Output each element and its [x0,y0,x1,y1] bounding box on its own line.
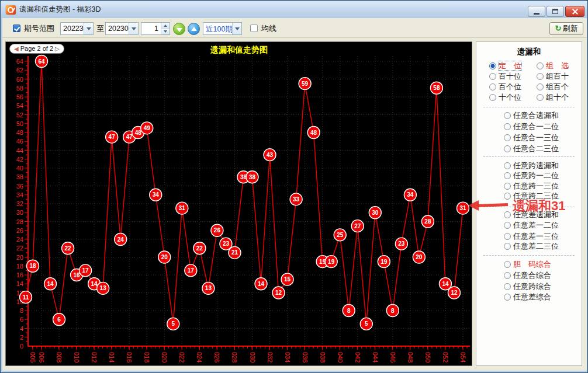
radio-icon[interactable] [537,73,544,80]
prev-page-icon[interactable]: ◀ [14,46,19,52]
data-point: 20 [413,251,425,263]
radio-option[interactable]: 胆 码综合 [504,259,551,269]
svg-text:11: 11 [23,294,29,301]
app-window: 遗漏和值走势图 - 福彩3D 期号范围 2022306 至 2023054 1 … [0,0,588,373]
radio-icon[interactable] [537,83,544,90]
radio-option[interactable]: 百十位 [489,71,521,81]
radio-option[interactable]: 任意合一三位 [504,132,559,142]
spinner-up-button[interactable] [161,23,170,29]
radio-label: 任意合一二位 [513,122,559,131]
moving-average-checkbox[interactable] [250,25,258,32]
svg-text:22: 22 [65,245,72,252]
chart-axes [25,56,470,350]
radio-option[interactable]: 任意差一三位 [504,231,559,240]
svg-text:014: 014 [108,352,115,362]
radio-icon[interactable] [489,73,496,80]
close-button[interactable] [565,6,584,17]
radio-icon[interactable] [504,222,511,229]
radio-icon[interactable] [504,162,511,169]
radio-icon[interactable] [504,145,511,152]
radio-option[interactable]: 十个位 [489,92,521,102]
radio-icon[interactable] [537,94,544,101]
radio-option[interactable]: 任意合综合 [504,270,551,280]
next-page-icon[interactable]: ▷ [55,46,60,52]
radio-icon[interactable] [504,112,511,119]
radio-option[interactable]: 任意跨一三位 [504,180,559,190]
radio-icon[interactable] [504,193,511,200]
radio-option[interactable]: 组十个 [537,92,569,102]
svg-text:64: 64 [16,58,23,65]
svg-text:028: 028 [231,352,238,362]
radio-option[interactable]: 百个位 [489,81,521,91]
radio-icon[interactable] [504,272,511,279]
shift-back-button[interactable] [173,23,185,35]
radio-icon[interactable] [489,62,496,69]
radio-icon[interactable] [504,172,511,179]
radio-option[interactable]: 任意差遗漏和 [504,209,559,219]
radio-icon[interactable] [537,62,544,69]
radio-icon[interactable] [504,123,511,130]
svg-text:046: 046 [389,352,396,362]
radio-option[interactable]: 任意跨遗漏和 [504,160,559,170]
refresh-button[interactable]: ↻刷新 [549,22,583,35]
radio-icon[interactable] [504,183,511,190]
radio-option[interactable]: 任意跨二三位 [504,190,559,200]
page-navigator: ◀ Page 2 of 2 ▷ [9,44,64,54]
svg-text:32: 32 [16,200,23,207]
data-point: 24 [115,233,127,246]
radio-icon[interactable] [504,211,511,218]
period-range-checkbox[interactable] [13,25,20,32]
svg-text:032: 032 [267,352,274,362]
data-point: 20 [158,251,171,263]
radio-option[interactable]: 定 位 [489,60,521,70]
radio-option[interactable]: 组百十 [537,71,569,81]
from-period-dropdown-button[interactable] [84,23,93,34]
radio-icon[interactable] [504,294,511,301]
radio-label: 十个位 [499,93,521,102]
minimize-button[interactable] [528,6,545,17]
recent-periods-select[interactable]: 近100期 [203,22,242,35]
radio-option[interactable]: 任意合遗漏和 [504,110,559,120]
radio-icon[interactable] [504,134,511,141]
data-point: 22 [193,242,206,255]
svg-text:28: 28 [424,218,431,225]
radio-label: 任意跨综合 [513,282,551,291]
radio-option[interactable]: 组 选 [537,60,569,70]
svg-text:14: 14 [91,281,98,287]
radio-option[interactable]: 组百个 [537,81,569,91]
step-spinner[interactable]: 1 [141,22,170,35]
svg-text:33: 33 [293,196,300,203]
radio-option[interactable]: 任意差一二位 [504,219,559,229]
spinner-down-button[interactable] [161,29,170,34]
radio-icon[interactable] [489,94,496,101]
radio-label: 任意跨一三位 [513,182,559,190]
radio-option[interactable]: 任意差二三位 [504,240,559,250]
svg-text:26: 26 [214,227,221,233]
radio-option[interactable]: 任意差综合 [504,291,551,301]
radio-option[interactable]: 任意合一二位 [504,121,559,131]
data-point: 47 [106,131,118,143]
recent-periods-dropdown-button[interactable] [232,23,241,34]
radio-icon[interactable] [504,261,511,268]
svg-text:038: 038 [319,352,326,362]
radio-option[interactable]: 任意跨一二位 [504,170,559,180]
radio-option[interactable]: 任意跨综合 [504,281,551,291]
from-period-select[interactable]: 2022306 [60,22,94,35]
data-point: 48 [307,127,320,139]
radio-icon[interactable] [489,83,496,90]
radio-icon[interactable] [504,233,511,240]
radio-icon[interactable] [504,243,511,250]
radio-icon[interactable] [504,283,511,290]
svg-text:23: 23 [223,240,230,247]
to-period-dropdown-button[interactable] [129,23,138,34]
to-period-select[interactable]: 2023054 [105,22,139,35]
maximize-button[interactable] [547,6,564,17]
shift-forward-button[interactable] [188,23,200,35]
svg-text:6: 6 [57,316,61,323]
svg-text:010: 010 [73,352,80,362]
data-point: 6 [53,313,65,326]
svg-text:23: 23 [398,240,405,247]
svg-text:47: 47 [109,134,116,140]
radio-option[interactable]: 任意合二三位 [504,143,559,153]
radio-label: 任意差二三位 [513,242,559,250]
